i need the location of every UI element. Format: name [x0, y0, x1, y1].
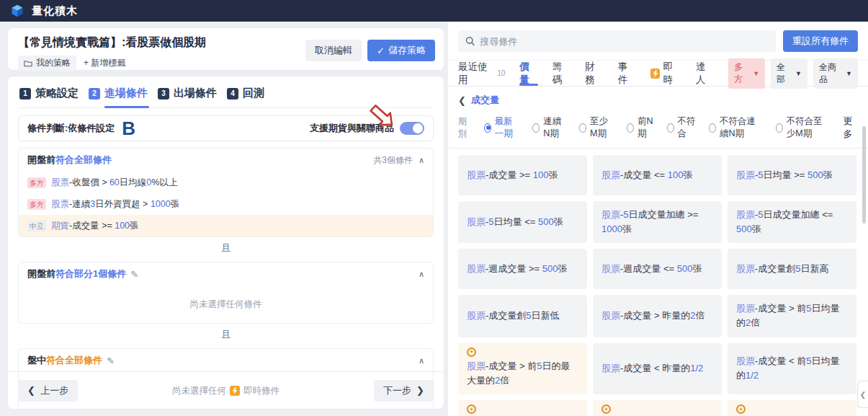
filter-dropdown-3[interactable]: 全商品▼	[813, 58, 858, 89]
category-tab-4[interactable]: 財務	[585, 61, 604, 86]
search-input[interactable]	[480, 36, 769, 47]
group-match-link[interactable]: 符合全部條件	[55, 154, 112, 167]
step-tabs: 1策略設定2進場條件3出場條件4回測	[18, 85, 434, 108]
condition-card[interactable]: 股票-5日成交量加總 >= 1000張	[593, 201, 722, 243]
period-radio-7[interactable]: 不符合至少M期	[776, 115, 831, 140]
tab-label: 即時	[663, 61, 681, 87]
step-tab-2[interactable]: 2進場條件	[89, 87, 148, 100]
group-match-link[interactable]: 符合全部條件	[46, 354, 102, 367]
condition-card[interactable]: 股票-成交量 <= 100張	[593, 155, 722, 195]
scrollbar-thumb[interactable]	[862, 126, 866, 224]
condition-card[interactable]: ◈股票-成交量5日趨勢朝下	[728, 400, 856, 416]
group-prefix: 盤中	[27, 354, 46, 367]
pencil-icon[interactable]: ✎	[130, 269, 138, 280]
period-radio-4[interactable]: 前N期	[627, 115, 655, 140]
support-futures-toggle[interactable]	[400, 122, 424, 135]
search-box[interactable]	[458, 30, 776, 52]
add-tag-button[interactable]: + 新增標籤	[84, 57, 125, 69]
reset-all-button[interactable]: 重設所有條件	[783, 30, 858, 52]
group-match-link[interactable]: 符合部分1個條件	[55, 267, 126, 280]
save-strategy-button[interactable]: ✓ 儲存策略	[367, 40, 435, 61]
condition-row[interactable]: 多方股票-連續3日外資買超 > 1000張	[19, 193, 433, 215]
filter-label: 全商品	[819, 61, 843, 86]
brand-title: 量化積木	[32, 4, 78, 18]
annotation-letter-b: B	[122, 119, 135, 138]
condition-card[interactable]: 股票-成交量 > 昨量的2倍	[593, 295, 722, 337]
period-radio-1[interactable]: 最新一期	[484, 115, 520, 140]
step-label: 回測	[243, 87, 264, 100]
step-number: 3	[158, 88, 169, 99]
tab-label: 財務	[585, 61, 604, 87]
condition-judge-box: 條件判斷:依條件設定 B 支援期貨與關聯商品	[18, 115, 434, 141]
pencil-icon[interactable]: ✎	[107, 355, 115, 366]
period-radio-6[interactable]: 不符合連續N期	[709, 115, 764, 140]
breadcrumb: ❮ 成交量	[448, 87, 868, 112]
group-prefix: 開盤前	[27, 154, 55, 167]
category-tab-3[interactable]: 籌碼	[552, 61, 571, 86]
condition-card[interactable]: 股票-成交量 >= 100張	[458, 155, 587, 195]
radio-label: 至少M期	[590, 115, 614, 140]
collapse-panel-tab[interactable]: ❮	[857, 381, 868, 408]
condition-card[interactable]: ◈股票-成交量5日趨勢朝上	[593, 400, 722, 416]
condition-card[interactable]: 股票-成交量創5日新低	[458, 295, 587, 337]
more-link[interactable]: 更多	[844, 115, 858, 141]
step-label: 進場條件	[104, 87, 148, 100]
category-tab-2[interactable]: 價量	[519, 61, 538, 86]
step-tab-3[interactable]: 3出場條件	[158, 87, 217, 100]
collapse-chevron-icon[interactable]: ∧	[419, 270, 424, 279]
cancel-edit-button[interactable]: 取消編輯	[305, 40, 362, 61]
category-tab-5[interactable]: 事件	[618, 61, 637, 86]
coin-badge-icon: ◈	[467, 404, 476, 414]
condition-card[interactable]: 股票-成交量 < 前5日均量的1/2	[728, 343, 856, 394]
category-tab-1[interactable]: 最近使用10	[458, 61, 505, 86]
condition-card[interactable]: 股票-成交量 > 前5日均量的2倍	[728, 295, 856, 337]
radio-label: 連續N期	[543, 115, 567, 140]
step-label: 策略設定	[35, 87, 79, 100]
prev-step-label: 上一步	[40, 385, 68, 396]
radio-label: 不符合連續N期	[720, 115, 764, 140]
filter-dropdown-2[interactable]: 全部▼	[771, 58, 807, 89]
condition-card[interactable]: 股票-5日均量 >= 500張	[728, 155, 856, 195]
condition-card-text: 股票-成交量 < 昨量的1/2	[601, 361, 713, 376]
condition-card[interactable]: 股票-5日均量 <= 500張	[458, 201, 587, 243]
collapse-chevron-icon[interactable]: ∧	[419, 356, 424, 366]
radio-icon	[627, 123, 634, 133]
condition-card-text: 股票-週成交量 >= 500張	[467, 262, 578, 276]
period-radio-5[interactable]: 不符合	[667, 115, 697, 140]
condition-card-text: 股票-5日成交量加總 <= 500張	[736, 208, 848, 236]
condition-card-text: 股票-5日均量 <= 500張	[467, 215, 578, 229]
period-radio-3[interactable]: 至少M期	[579, 115, 614, 140]
condition-row[interactable]: 中立期貨-成交量 >= 100張	[19, 215, 433, 236]
tab-label: 事件	[618, 61, 637, 87]
condition-card[interactable]: 股票-成交量創5日新高	[728, 249, 856, 289]
category-tab-7[interactable]: 達人	[696, 61, 715, 86]
category-tab-6[interactable]: 即時	[650, 61, 681, 86]
folder-chip[interactable]: 我的策略	[18, 56, 76, 71]
and-separator: 且	[18, 324, 434, 342]
condition-card[interactable]: 股票-週成交量 <= 500張	[593, 249, 722, 289]
back-chevron-icon[interactable]: ❮	[458, 95, 466, 106]
coin-badge-icon: ◈	[467, 348, 476, 357]
period-radio-2[interactable]: 連續N期	[532, 115, 567, 140]
condition-card-text: 股票-5日均量 >= 500張	[736, 168, 848, 182]
condition-card-text: 股票-成交量創5日新高	[736, 262, 848, 276]
condition-card[interactable]: 股票-成交量 < 昨量的1/2	[593, 343, 722, 394]
condition-row[interactable]: 多方股票-收盤價 > 60日均線0%以上	[19, 172, 433, 193]
condition-card[interactable]: ◈股票-成交量 > 前5日的最大量的2倍	[458, 343, 587, 394]
navbar: 量化積木	[0, 0, 868, 22]
condition-card[interactable]: 股票-週成交量 >= 500張	[458, 249, 587, 289]
step-number: 4	[227, 88, 238, 99]
period-label: 期別	[458, 115, 472, 140]
condition-card[interactable]: 股票-5日成交量加總 <= 500張	[728, 201, 856, 243]
next-step-button[interactable]: 下一步 ❯	[374, 380, 434, 402]
breadcrumb-label[interactable]: 成交量	[471, 94, 499, 107]
step-tab-1[interactable]: 1策略設定	[19, 87, 79, 100]
folder-chip-label: 我的策略	[36, 57, 71, 69]
condition-card[interactable]: ◈股票-成交量 < 前5日的最低量的1/2	[458, 400, 587, 416]
collapse-chevron-icon[interactable]: ∧	[419, 156, 424, 165]
step-tab-4[interactable]: 4回測	[227, 87, 264, 100]
filter-dropdown-1[interactable]: 多方▼	[728, 58, 765, 89]
radio-label: 不符合	[678, 115, 697, 140]
caret-down-icon: ▼	[795, 70, 802, 77]
prev-step-button[interactable]: ❮ 上一步	[18, 380, 78, 402]
